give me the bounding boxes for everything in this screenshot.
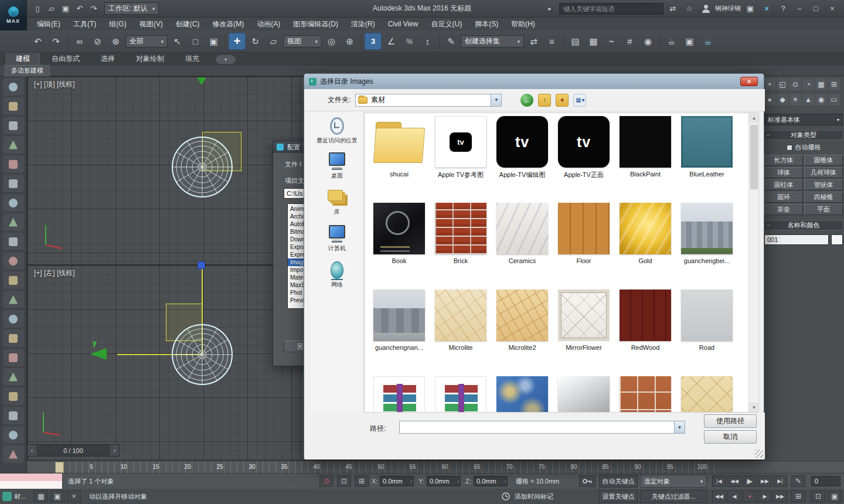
time-config-icon[interactable] (791, 475, 805, 487)
select-and-move-icon[interactable] (229, 33, 246, 50)
use-pivot-point-icon[interactable] (323, 33, 340, 50)
file-item-partial[interactable] (492, 376, 553, 413)
polygon-modeling-panel[interactable]: 多边形建模 (5, 65, 50, 76)
go-to-start-icon[interactable] (712, 475, 726, 487)
new-scene-icon[interactable] (30, 2, 45, 15)
file-item[interactable]: guanchengbei... (676, 203, 737, 264)
teapot-button[interactable]: 茶壶 (764, 204, 803, 215)
ribbon-tab-modeling[interactable]: 建模 (6, 52, 40, 66)
object-color-swatch[interactable] (831, 234, 843, 245)
chevron-down-icon[interactable]: ▼ (674, 421, 685, 433)
x-coordinate-field[interactable]: 0.0mm (380, 476, 414, 486)
left-toolbar-icon[interactable] (3, 407, 24, 424)
timeline-ruler[interactable]: 0 5 10 15 20 25 30 35 40 45 50 55 60 65 … (27, 461, 844, 474)
go-to-end-icon[interactable] (773, 475, 787, 487)
left-toolbar-icon[interactable] (3, 136, 24, 154)
reference-coordinate-dropdown[interactable]: 视图▾ (283, 35, 322, 47)
current-frame-field[interactable]: 0 (811, 476, 840, 486)
render-production-icon[interactable] (699, 33, 716, 50)
chevron-down-icon[interactable]: ▼ (491, 94, 501, 106)
file-item[interactable]: BlackPaint (615, 116, 676, 178)
listener-macro-line[interactable] (0, 474, 62, 481)
file-item-partial[interactable] (553, 376, 614, 413)
favorites-icon[interactable] (682, 2, 696, 15)
folder-dropdown[interactable]: 素材 ▼ (355, 94, 502, 107)
app-x-icon[interactable] (760, 2, 774, 15)
new-folder-icon[interactable] (556, 94, 569, 107)
file-item-partial[interactable] (676, 376, 737, 413)
file-item[interactable]: Brick (430, 203, 491, 264)
menu-rendering[interactable]: 渲染(R) (345, 18, 382, 30)
file-item[interactable]: Ceramics (492, 203, 553, 264)
ribbon-tab-populate[interactable]: 填充 (176, 52, 209, 66)
viewport-top-label[interactable]: [+] [顶] [线框] (34, 80, 75, 90)
place-recent[interactable]: 最近访问的位置 (310, 116, 364, 144)
left-toolbar-icon[interactable] (3, 310, 24, 328)
menu-views[interactable]: 视图(V) (133, 18, 169, 30)
ribbon-minimize-toggle[interactable]: ▾ (216, 55, 236, 64)
modify-tab-icon[interactable]: ◱ (777, 79, 788, 90)
file-item[interactable]: Road (676, 290, 737, 351)
frame-back-arrow[interactable] (28, 445, 36, 456)
place-network[interactable]: 网络 (310, 260, 364, 288)
wireframe-sphere[interactable] (170, 135, 234, 199)
autogrid-checkbox[interactable]: 自动栅格 (763, 143, 844, 152)
z-coordinate-field[interactable]: 0.0mm (474, 476, 508, 486)
file-io-tab-label[interactable]: 文件 I (285, 160, 301, 169)
listener-script-line[interactable] (0, 481, 62, 489)
ribbon-tab-object-paint[interactable]: 对象绘制 (127, 52, 173, 66)
viewport-mini-icon[interactable] (828, 491, 842, 502)
file-item[interactable]: MirrorFlower (553, 290, 614, 351)
bind-to-space-warp-icon[interactable] (107, 33, 124, 50)
left-toolbar-icon[interactable] (3, 387, 24, 405)
select-and-scale-icon[interactable] (265, 33, 282, 50)
left-toolbar-icon[interactable] (3, 329, 24, 347)
file-item[interactable]: shucai (369, 116, 430, 178)
place-computer[interactable]: 计算机 (310, 224, 364, 252)
dialog-close-button[interactable]: ✕ (740, 77, 758, 86)
minimized-window-tab[interactable]: 材... (14, 492, 26, 501)
cone-button[interactable]: 圆锥体 (804, 155, 843, 166)
selected-only-dropdown[interactable]: 选定对象▾ (640, 475, 707, 488)
window-crossing-icon[interactable] (205, 33, 222, 50)
motion-tab-icon[interactable]: ◔ (802, 79, 814, 90)
resize-grip[interactable] (755, 449, 763, 458)
file-item[interactable]: Gold (615, 203, 676, 264)
tube-button[interactable]: 管状体 (804, 179, 843, 190)
save-file-icon[interactable] (59, 2, 73, 15)
use-path-button[interactable]: 使用路径 (704, 414, 757, 428)
layer-manager-icon[interactable] (567, 33, 584, 50)
menu-edit[interactable]: 编辑(E) (30, 18, 67, 30)
select-and-rotate-icon[interactable] (247, 33, 264, 50)
menu-scripting[interactable]: 脚本(S) (468, 18, 505, 30)
undo-scene-icon[interactable] (29, 33, 46, 50)
left-toolbar-icon[interactable] (3, 233, 24, 250)
menu-group[interactable]: 组(G) (103, 18, 132, 30)
menu-animation[interactable]: 动画(A) (250, 18, 287, 30)
select-object-icon[interactable] (169, 33, 186, 50)
place-libraries[interactable]: 库 (310, 188, 364, 216)
menu-help[interactable]: 帮助(H) (505, 18, 542, 30)
auto-key-button[interactable]: 自动关键点 (599, 475, 638, 488)
menu-customize[interactable]: 自定义(U) (424, 18, 468, 30)
workspace-dropdown[interactable]: 工作区: 默认 ▾ (104, 2, 159, 15)
search-go-icon[interactable]: ▸ (543, 2, 557, 15)
ribbon-tab-selection[interactable]: 选择 (91, 52, 124, 66)
frame-forward-arrow[interactable] (110, 445, 119, 456)
left-toolbar-icon[interactable] (3, 78, 24, 96)
percent-snap-toggle-icon[interactable] (401, 33, 418, 50)
minimize-button[interactable] (792, 2, 806, 15)
checkbox-icon[interactable] (787, 145, 792, 151)
primitive-category-dropdown[interactable]: 标准基本体 ▾ (764, 114, 843, 125)
left-toolbar-icon[interactable] (3, 97, 24, 115)
app-logo[interactable]: MAX (0, 0, 27, 30)
gizmo-marker-icon[interactable] (197, 77, 206, 85)
file-item-partial[interactable] (615, 376, 676, 413)
open-file-icon[interactable] (45, 2, 59, 15)
lights-category-icon[interactable]: ☀ (789, 94, 801, 105)
create-tab-icon[interactable]: + (764, 79, 775, 90)
pyramid-button[interactable]: 四棱锥 (804, 192, 843, 203)
left-toolbar-icon[interactable] (3, 175, 24, 192)
file-item[interactable]: RedWood (615, 290, 676, 351)
set-key-button[interactable]: 设置关键点 (599, 490, 638, 503)
